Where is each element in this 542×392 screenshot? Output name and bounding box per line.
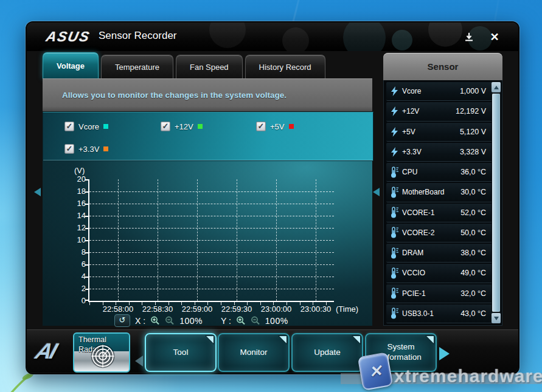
sensor-value: 49,0 °C bbox=[460, 269, 486, 277]
sensor-label: +5V bbox=[402, 128, 460, 136]
nav-button-label: Monitor bbox=[240, 348, 267, 358]
tab-voltage[interactable]: Voltage bbox=[43, 52, 99, 78]
folded-corner-icon bbox=[206, 336, 214, 343]
sensor-row-dram: DRAM 38,0 °C bbox=[386, 244, 499, 263]
sensor-row-usb3: USB3.0-1 43,0 °C bbox=[386, 304, 499, 323]
scroll-up-button[interactable] bbox=[492, 82, 501, 92]
x-zoom-in-button[interactable] bbox=[150, 316, 160, 326]
y-tick-label: 4 bbox=[63, 272, 86, 281]
sensor-label: DRAM bbox=[402, 249, 460, 257]
sensor-row-12v: +12V 12,192 V bbox=[386, 102, 499, 121]
sensor-label: PCIE-1 bbox=[402, 289, 460, 298]
sensor-recorder-window: ASUS Sensor Recorder ✕ Voltage Temperatu… bbox=[26, 21, 519, 374]
gridline bbox=[118, 179, 119, 301]
nav-button-monitor[interactable]: Monitor bbox=[218, 333, 290, 372]
sensor-value: 52,0 °C bbox=[460, 208, 486, 217]
sensor-scrollbar[interactable] bbox=[492, 82, 501, 323]
y-tick-label: 18 bbox=[63, 187, 86, 196]
checkbox-icon[interactable]: ✓ bbox=[256, 122, 266, 131]
chevron-up-icon bbox=[494, 86, 499, 89]
sensor-row-pcie1: PCIE-1 32,0 °C bbox=[386, 284, 499, 303]
checkmark-icon: ✓ bbox=[66, 122, 73, 130]
tab-temperature[interactable]: Temperature bbox=[101, 55, 173, 78]
gridline bbox=[89, 240, 334, 241]
sensor-row-3-3v: +3.3V 3,328 V bbox=[386, 143, 499, 162]
scroll-down-button[interactable] bbox=[492, 313, 501, 323]
scrollbar-thumb[interactable] bbox=[492, 94, 500, 312]
watermark-x-icon: ✕ bbox=[367, 361, 384, 382]
sensor-value: 30,0 °C bbox=[460, 188, 486, 196]
bokeh-decoration bbox=[428, 22, 462, 47]
thermometer-icon bbox=[386, 247, 402, 259]
watermark-text: xtremehardware.it bbox=[394, 366, 542, 387]
gridline bbox=[237, 179, 237, 301]
sensor-label: Vcore bbox=[402, 87, 460, 95]
legend-item-vcore[interactable]: ✓ Vcore bbox=[64, 122, 108, 131]
thermometer-icon bbox=[386, 267, 402, 279]
sensor-value: 32,0 °C bbox=[460, 289, 486, 298]
watermark-badge: ✕ bbox=[358, 352, 394, 391]
sensor-panel: Sensor Vcore 1,000 V +12V 12,192 V +5V 5… bbox=[383, 53, 502, 328]
nav-scroll-right-arrow[interactable] bbox=[439, 347, 450, 360]
series-color-swatch bbox=[103, 146, 108, 151]
titlebar-download-button[interactable] bbox=[461, 30, 477, 44]
thermal-radar-button[interactable]: ThermalRadar bbox=[73, 332, 130, 373]
ai-suite-logo: AI bbox=[32, 339, 59, 364]
y-zoom-out-button[interactable] bbox=[251, 316, 260, 326]
voltage-icon bbox=[386, 106, 402, 116]
reset-icon: ↺ bbox=[119, 315, 126, 325]
checkmark-icon: ✓ bbox=[162, 122, 169, 130]
checkmark-icon: ✓ bbox=[258, 122, 265, 130]
sensor-list: Vcore 1,000 V +12V 12,192 V +5V 5,120 V … bbox=[383, 80, 502, 326]
close-button[interactable]: ✕ bbox=[487, 30, 502, 44]
folded-corner-icon bbox=[279, 336, 287, 343]
checkbox-icon[interactable]: ✓ bbox=[64, 144, 74, 154]
sensor-value: 1,000 V bbox=[460, 87, 486, 95]
tab-history-record[interactable]: History Record bbox=[245, 55, 325, 78]
voltage-icon bbox=[386, 127, 402, 137]
legend-item-5v[interactable]: ✓ +5V bbox=[256, 122, 294, 131]
nav-button-label: Update bbox=[314, 348, 341, 358]
legend-item-12v[interactable]: ✓ +12V bbox=[161, 122, 203, 131]
legend-label: +3.3V bbox=[78, 145, 99, 154]
nav-button-update[interactable]: Update bbox=[291, 333, 363, 372]
y-zoom-in-button[interactable] bbox=[236, 316, 246, 326]
nav-scroll-left-arrow[interactable] bbox=[135, 356, 143, 366]
sensor-label: +12V bbox=[402, 107, 456, 115]
x-tick-label: 22:58:30 bbox=[142, 304, 173, 314]
info-text: Allows you to monitor the changes in the… bbox=[62, 91, 287, 100]
gridline bbox=[158, 179, 158, 301]
gridline bbox=[89, 191, 334, 192]
sensor-label: CPU bbox=[402, 168, 460, 176]
panel-collapse-right-arrow[interactable] bbox=[373, 188, 380, 196]
y-tick-label: 10 bbox=[63, 235, 86, 244]
sensor-value: 36,0 °C bbox=[460, 168, 486, 176]
x-tick-label: 22:58:00 bbox=[103, 304, 134, 314]
gridline bbox=[276, 179, 277, 301]
nav-button-tool[interactable]: Tool bbox=[145, 333, 217, 372]
y-zoom-value: 100% bbox=[265, 316, 288, 326]
checkbox-icon[interactable]: ✓ bbox=[64, 122, 74, 131]
gridline bbox=[89, 289, 334, 289]
x-zoom-label: X : bbox=[135, 316, 145, 326]
y-axis-unit: (V) bbox=[74, 166, 85, 175]
gridline bbox=[89, 204, 334, 204]
reset-zoom-button[interactable]: ↺ bbox=[114, 314, 130, 327]
x-zoom-out-button[interactable] bbox=[165, 316, 175, 326]
folded-corner-icon bbox=[426, 336, 434, 343]
legend-label: +5V bbox=[270, 122, 285, 131]
tab-fan-speed[interactable]: Fan Speed bbox=[176, 55, 243, 78]
sensor-value: 43,0 °C bbox=[460, 309, 486, 318]
sensor-row-motherboard: MotherBoard 30,0 °C bbox=[386, 183, 499, 202]
sensor-value: 5,120 V bbox=[460, 128, 486, 136]
sensor-row-vcore: Vcore 1,000 V bbox=[386, 82, 499, 101]
panel-collapse-left-arrow[interactable] bbox=[34, 188, 41, 196]
sensor-value: 3,328 V bbox=[460, 148, 486, 156]
folded-corner-icon bbox=[353, 336, 360, 343]
series-color-swatch bbox=[289, 124, 294, 129]
checkbox-icon[interactable]: ✓ bbox=[161, 122, 170, 131]
legend-item-3-3v[interactable]: ✓ +3.3V bbox=[64, 144, 108, 154]
thermometer-icon bbox=[386, 167, 402, 178]
y-zoom-label: Y : bbox=[221, 316, 231, 326]
nav-button-label: Tool bbox=[173, 348, 189, 358]
